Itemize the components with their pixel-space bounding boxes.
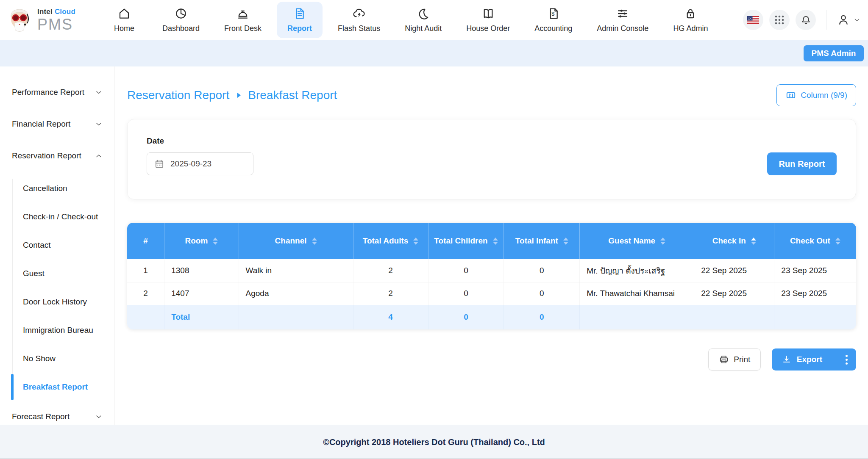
cell-channel: Walk in xyxy=(239,259,353,282)
nav-item-home[interactable]: Home xyxy=(101,2,147,38)
nav-item-night-audit[interactable]: Night Audit xyxy=(395,2,451,38)
header-index: # xyxy=(127,223,164,259)
chevron-down-icon xyxy=(854,17,860,23)
sidebar-item-breakfast-report[interactable]: Breakfast Report xyxy=(13,377,114,397)
section-label: Financial Report xyxy=(12,119,70,129)
section-label: Forecast Report xyxy=(12,412,70,421)
printer-icon xyxy=(718,354,729,365)
header-channel[interactable]: Channel xyxy=(239,223,353,259)
apps-grid-button[interactable] xyxy=(769,10,790,30)
pms-admin-button[interactable]: PMS Admin xyxy=(804,45,864,61)
cell-guest-name: Mr. ปัญญา ตั้งประเสริฐ xyxy=(580,259,694,282)
pie-chart-icon xyxy=(174,7,188,20)
date-label: Date xyxy=(147,136,837,146)
cell-total-infant: 0 xyxy=(504,282,580,305)
sidebar-section-performance-report[interactable]: Performance Report xyxy=(0,83,114,101)
sort-icons xyxy=(213,238,218,245)
sort-icons xyxy=(312,238,317,245)
cell-guest-name: Mr. Thawatchai Khamsai xyxy=(580,282,694,305)
main-nav: Home Dashboard Front Desk Report Flash S… xyxy=(101,0,717,40)
dollar-document-icon: $ xyxy=(547,7,560,20)
nav-label: Dashboard xyxy=(162,24,200,33)
table-row[interactable]: 1 1308 Walk in 2 0 0 Mr. ปัญญา ตั้งประเส… xyxy=(127,259,856,282)
header-check-out[interactable]: Check Out xyxy=(774,223,856,259)
notifications-button[interactable] xyxy=(796,10,816,30)
cell-empty xyxy=(127,305,164,329)
header-check-in[interactable]: Check In xyxy=(694,223,774,259)
open-book-icon xyxy=(481,7,495,20)
nav-item-hg-admin[interactable]: HG Admin xyxy=(664,2,717,38)
service-bell-icon xyxy=(236,7,250,20)
cell-empty xyxy=(580,305,694,329)
cell-room: 1407 xyxy=(164,282,239,305)
reservation-submenu: Cancellation Check-in / Check-out Contac… xyxy=(12,179,114,397)
table-row[interactable]: 2 1407 Agoda 2 0 0 Mr. Thawatchai Khamsa… xyxy=(127,282,856,305)
nav-item-accounting[interactable]: $ Accounting xyxy=(525,2,581,38)
sidebar-item-guest[interactable]: Guest xyxy=(13,264,114,283)
sub-bar: PMS Admin xyxy=(0,40,868,66)
sidebar-item-no-show[interactable]: No Show xyxy=(13,349,114,368)
print-label: Print xyxy=(734,355,750,364)
sidebar-item-immigration-bureau[interactable]: Immigration Bureau xyxy=(13,321,114,340)
sidebar-item-door-lock-history[interactable]: Door Lock History xyxy=(13,292,114,312)
cell-total-children: 0 xyxy=(428,259,504,282)
breadcrumb-current: Breakfast Report xyxy=(248,88,337,102)
nav-item-house-order[interactable]: House Order xyxy=(457,2,519,38)
mascot-avatar xyxy=(6,6,33,33)
header-room[interactable]: Room xyxy=(164,223,239,259)
total-children: 0 xyxy=(428,305,504,329)
header-total-infant[interactable]: Total Infant xyxy=(504,223,580,259)
us-flag-icon xyxy=(747,16,759,24)
header-total-children[interactable]: Total Children xyxy=(428,223,504,259)
breadcrumb-parent[interactable]: Reservation Report xyxy=(127,88,229,102)
more-options-icon[interactable] xyxy=(842,353,851,366)
sort-icons xyxy=(835,238,840,245)
chevron-down-icon xyxy=(95,88,103,97)
cell-empty xyxy=(694,305,774,329)
user-menu[interactable] xyxy=(837,13,860,27)
header-total-adults[interactable]: Total Adults xyxy=(353,223,428,259)
run-report-button[interactable]: Run Report xyxy=(767,152,837,175)
sidebar-item-checkin-checkout[interactable]: Check-in / Check-out xyxy=(13,207,114,227)
total-infant: 0 xyxy=(504,305,580,329)
section-label: Performance Report xyxy=(12,88,84,97)
sidebar: Performance Report Financial Report Rese… xyxy=(0,66,114,425)
nav-item-admin-console[interactable]: Admin Console xyxy=(587,2,658,38)
header-guest-name[interactable]: Guest Name xyxy=(580,223,694,259)
date-value: 2025-09-23 xyxy=(170,159,211,169)
total-label: Total xyxy=(164,305,239,329)
sidebar-section-reservation-report[interactable]: Reservation Report xyxy=(0,147,114,165)
print-button[interactable]: Print xyxy=(708,348,761,371)
nav-item-dashboard[interactable]: Dashboard xyxy=(153,2,209,38)
sidebar-item-cancellation[interactable]: Cancellation xyxy=(13,179,114,198)
cell-index: 1 xyxy=(127,259,164,282)
brand-intel: Intel xyxy=(37,8,53,16)
nav-label: Front Desk xyxy=(224,24,262,33)
home-icon xyxy=(117,7,131,20)
sidebar-item-contact[interactable]: Contact xyxy=(13,235,114,255)
cell-total-infant: 0 xyxy=(504,259,580,282)
sidebar-section-forecast-report[interactable]: Forecast Report xyxy=(0,408,114,426)
moon-icon xyxy=(417,7,430,20)
sidebar-section-financial-report[interactable]: Financial Report xyxy=(0,115,114,133)
export-label: Export xyxy=(797,355,822,364)
cell-total-adults: 2 xyxy=(353,282,428,305)
svg-text:$: $ xyxy=(551,11,554,17)
brand-logo[interactable]: Intel Cloud PMS xyxy=(6,0,101,40)
language-button[interactable] xyxy=(743,10,763,30)
nav-item-report[interactable]: Report xyxy=(277,2,323,38)
export-button[interactable]: Export xyxy=(772,348,856,371)
column-settings-button[interactable]: Column (9/9) xyxy=(776,84,856,106)
nav-item-flash-status[interactable]: Flash Status xyxy=(328,2,389,38)
nav-item-front-desk[interactable]: Front Desk xyxy=(215,2,271,38)
cell-total-adults: 2 xyxy=(353,259,428,282)
date-picker-input[interactable]: 2025-09-23 xyxy=(147,152,253,175)
divider xyxy=(833,354,833,365)
divider xyxy=(826,10,826,30)
table-total-row: Total 4 0 0 xyxy=(127,305,856,329)
nav-label: Admin Console xyxy=(597,24,648,33)
sort-icons xyxy=(493,238,498,245)
chevron-down-icon xyxy=(95,412,103,421)
nav-label: Accounting xyxy=(534,24,572,33)
brand-text: Intel Cloud PMS xyxy=(37,8,75,32)
